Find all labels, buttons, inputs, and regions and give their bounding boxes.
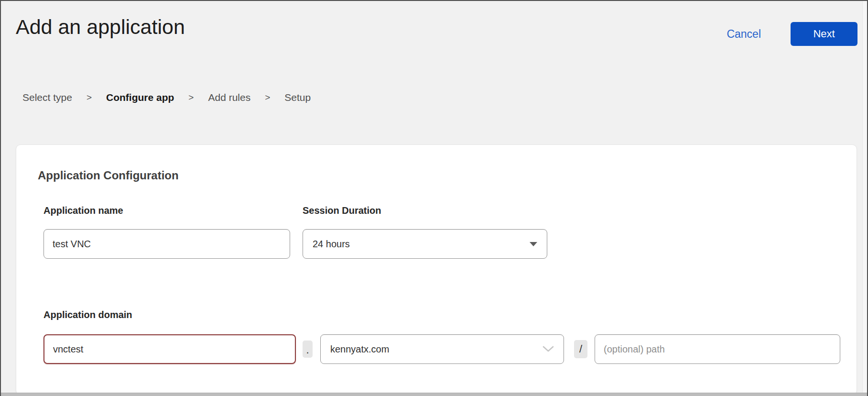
header-actions: Cancel Next	[727, 22, 857, 46]
application-domain-label: Application domain	[43, 309, 132, 320]
vertical-scrollbar[interactable]	[862, 1, 867, 393]
session-duration-value: 24 hours	[313, 239, 350, 250]
app-window: Add an application Cancel Next Select ty…	[0, 0, 868, 396]
section-title: Application Configuration	[38, 169, 179, 182]
breadcrumb-separator: >	[188, 92, 194, 103]
window-bottom-edge	[1, 393, 867, 396]
breadcrumb: Select type > Configure app > Add rules …	[22, 92, 311, 103]
session-duration-label: Session Duration	[303, 205, 381, 216]
breadcrumb-separator: >	[265, 92, 270, 103]
chevron-down-icon	[542, 346, 554, 352]
next-button[interactable]: Next	[791, 22, 857, 46]
breadcrumb-step-add-rules: Add rules	[208, 92, 250, 103]
cancel-button[interactable]: Cancel	[727, 28, 761, 41]
breadcrumb-step-configure-app: Configure app	[106, 92, 174, 103]
breadcrumb-step-select-type: Select type	[22, 92, 72, 103]
dot-separator: .	[303, 341, 313, 358]
subdomain-input[interactable]	[43, 334, 296, 364]
slash-separator: /	[574, 340, 587, 358]
breadcrumb-step-setup: Setup	[284, 92, 311, 103]
domain-select[interactable]: kennyatx.com	[320, 334, 564, 364]
path-input[interactable]	[595, 334, 840, 364]
application-configuration-card: Application Configuration Application na…	[16, 144, 857, 395]
breadcrumb-separator: >	[87, 92, 92, 103]
page-title: Add an application	[16, 15, 185, 39]
domain-select-value: kennyatx.com	[330, 344, 389, 355]
session-duration-select[interactable]: 24 hours	[303, 229, 547, 259]
application-name-input[interactable]	[43, 229, 290, 259]
caret-down-icon	[530, 242, 537, 246]
application-name-label: Application name	[43, 205, 123, 216]
